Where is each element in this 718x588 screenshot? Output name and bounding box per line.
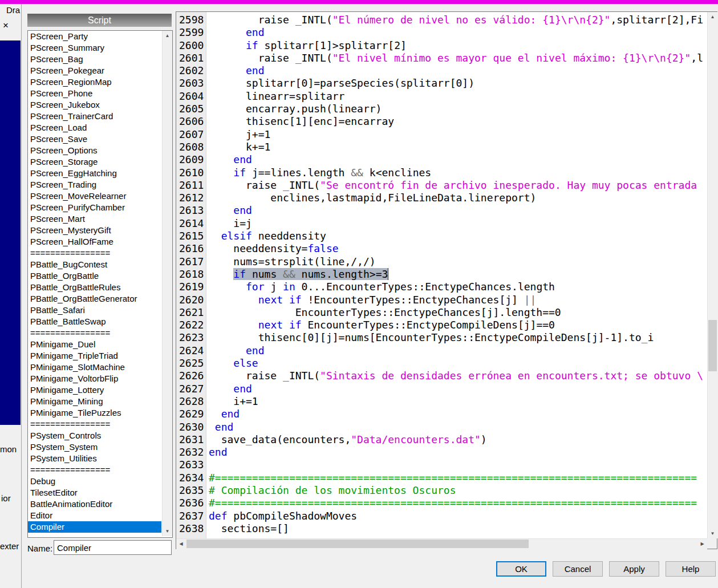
scroll-down-button[interactable]: ▼ — [163, 526, 172, 536]
code-line[interactable]: 2606 thisenc[1][enc]=encarray — [176, 115, 707, 128]
code-line[interactable]: 2628 i+=1 — [176, 395, 707, 408]
code-line[interactable]: 2634#===================================… — [176, 472, 707, 484]
code-line[interactable]: 2613 end — [176, 204, 707, 217]
code-line[interactable]: 2621 EncounterTypes::EnctypeChances[j].l… — [176, 306, 707, 319]
code-line[interactable]: 2635# Compilación de los movimientos Osc… — [176, 484, 707, 497]
code-line[interactable]: 2625 else — [176, 357, 707, 370]
script-list-item[interactable]: PBattle_OrgBattleGenerator — [28, 293, 161, 305]
code-line[interactable]: 2610 if j==lines.length && k<enclines — [176, 167, 707, 179]
code-line[interactable]: 2622 next if EncounterTypes::EnctypeComp… — [176, 319, 707, 331]
script-list-item[interactable]: PScreen_Load — [28, 122, 161, 133]
script-list-item[interactable]: PScreen_Summary — [28, 42, 161, 54]
script-list-item[interactable]: ================ — [28, 419, 161, 430]
script-list-item[interactable]: PBattle_Safari — [28, 305, 161, 316]
script-list-scrollbar[interactable]: ▲ ▼ — [162, 31, 172, 536]
script-name-input[interactable] — [54, 540, 172, 555]
script-list-item[interactable]: PScreen_Mart — [28, 213, 161, 225]
code-line[interactable]: 2615 elsif needdensity — [176, 230, 707, 242]
script-list-item[interactable]: PScreen_Options — [28, 145, 161, 156]
code-line[interactable]: 2600 if splitarr[1]>splitarr[2] — [176, 39, 707, 52]
code-line[interactable]: 2608 k+=1 — [176, 141, 707, 153]
code-line[interactable]: 2624 end — [176, 344, 707, 357]
scrollbar-thumb[interactable] — [708, 320, 717, 371]
script-list-item[interactable]: PScreen_TrainerCard — [28, 111, 161, 122]
script-list-item[interactable]: PScreen_MysteryGift — [28, 225, 161, 236]
script-list-item[interactable]: PScreen_HallOfFame — [28, 236, 161, 248]
script-list-item[interactable]: Debug — [28, 476, 161, 487]
script-list-item[interactable]: Editor — [28, 510, 161, 521]
script-list-item[interactable]: PScreen_Jukebox — [28, 99, 161, 111]
script-list-item[interactable]: PScreen_Phone — [28, 88, 161, 99]
code-line[interactable]: 2607 j+=1 — [176, 128, 707, 141]
script-list-item[interactable]: PBattle_BattleSwap — [28, 316, 161, 327]
editor-vertical-scrollbar[interactable]: ▲ ▼ — [707, 12, 717, 538]
code-line[interactable]: 2626 raise _INTL("Sintaxis de densidades… — [176, 370, 707, 382]
script-list-item[interactable]: PScreen_MoveRelearner — [28, 190, 161, 202]
script-list-item[interactable]: PScreen_Pokegear — [28, 65, 161, 76]
help-button[interactable]: Help — [666, 561, 716, 577]
code-editor[interactable]: 2598 raise _INTL("El número de nivel no … — [176, 11, 717, 549]
script-list-item[interactable]: ================ — [28, 327, 161, 339]
script-list-item[interactable]: PBattle_BugContest — [28, 259, 161, 270]
code-line[interactable]: 2620 next if !EncounterTypes::EnctypeCha… — [176, 294, 707, 306]
code-line[interactable]: 2638 sections=[] — [176, 522, 707, 535]
code-line[interactable]: 2632end — [176, 446, 707, 459]
apply-button[interactable]: Apply — [609, 561, 659, 577]
code-line[interactable]: 2601 raise _INTL("El nivel mínimo es may… — [176, 52, 707, 64]
script-list-item[interactable]: PScreen_Save — [28, 133, 161, 145]
scroll-left-button[interactable]: ◀ — [176, 539, 186, 549]
code-line[interactable]: 2614 i=j — [176, 217, 707, 230]
code-line[interactable]: 2616 needdensity=false — [176, 242, 707, 255]
script-list-item[interactable]: PScreen_EggHatching — [28, 168, 161, 179]
script-list-item[interactable]: PScreen_PurifyChamber — [28, 202, 161, 213]
code-line[interactable]: 2630 end — [176, 421, 707, 433]
code-line[interactable]: 2633 — [176, 459, 707, 471]
script-list-item[interactable]: PSystem_Utilities — [28, 453, 161, 464]
code-line[interactable]: 2599 end — [176, 26, 707, 39]
script-list-item[interactable]: ================ — [28, 248, 161, 259]
code-line[interactable]: 2611 raise _INTL("Se encontró fin de arc… — [176, 179, 707, 192]
script-list-item[interactable]: PMinigame_Mining — [28, 396, 161, 407]
script-list-item[interactable]: BattleAnimationEditor — [28, 498, 161, 510]
script-list-item[interactable]: TilesetEditor — [28, 487, 161, 498]
script-list[interactable]: PScreen_PartyPScreen_SummaryPScreen_BagP… — [28, 31, 161, 536]
code-line[interactable]: 2631 save_data(encounters,"Data/encounte… — [176, 433, 707, 446]
code-line[interactable]: 2603 splitarr[0]=parseSpecies(splitarr[0… — [176, 77, 707, 90]
code-line[interactable]: 2636#===================================… — [176, 497, 707, 509]
script-list-item[interactable]: ================ — [28, 464, 161, 476]
script-list-item[interactable]: PSystem_System — [28, 441, 161, 453]
code-line[interactable]: 2627 end — [176, 383, 707, 395]
code-line[interactable]: 2598 raise _INTL("El número de nivel no … — [176, 14, 707, 26]
script-list-item[interactable]: PBattle_OrgBattleRules — [28, 282, 161, 293]
code-line[interactable]: 2637def pbCompileShadowMoves — [176, 510, 707, 522]
code-line[interactable]: 2612 enclines,lastmapid,FileLineData.lin… — [176, 192, 707, 204]
scroll-right-button[interactable]: ▶ — [697, 539, 707, 549]
code-line[interactable]: 2619 for j in 0...EncounterTypes::Enctyp… — [176, 281, 707, 293]
script-list-item[interactable]: PSystem_Controls — [28, 430, 161, 441]
code-line[interactable]: 2605 encarray.push(linearr) — [176, 103, 707, 115]
code-line[interactable]: 2609 end — [176, 153, 707, 166]
script-list-item[interactable]: PScreen_Party — [28, 31, 161, 42]
code-line[interactable]: 2629 end — [176, 408, 707, 420]
script-listbox[interactable]: PScreen_PartyPScreen_SummaryPScreen_BagP… — [27, 30, 173, 538]
script-list-item[interactable]: PMinigame_SlotMachine — [28, 362, 161, 373]
close-icon[interactable]: × — [3, 20, 9, 31]
script-list-item[interactable]: PMinigame_Lottery — [28, 384, 161, 396]
script-list-item[interactable]: Compiler — [28, 521, 161, 533]
scroll-up-button[interactable]: ▲ — [163, 31, 172, 40]
code-line[interactable]: 2602 end — [176, 64, 707, 77]
script-list-item[interactable]: PMinigame_TripleTriad — [28, 350, 161, 362]
script-list-item[interactable]: PScreen_Bag — [28, 54, 161, 65]
scroll-down-button[interactable]: ▼ — [708, 529, 717, 538]
script-list-item[interactable]: PScreen_Storage — [28, 156, 161, 168]
scroll-up-button[interactable]: ▲ — [708, 12, 717, 22]
script-list-item[interactable]: PMinigame_VoltorbFlip — [28, 373, 161, 384]
code-line[interactable]: 2618 if nums && nums.length>=3 — [176, 268, 707, 281]
script-list-item[interactable]: PScreen_Trading — [28, 179, 161, 190]
code-line[interactable]: 2604 linearr=splitarr — [176, 90, 707, 103]
script-list-item[interactable]: PMinigame_Duel — [28, 339, 161, 350]
cancel-button[interactable]: Cancel — [553, 561, 603, 577]
code-line[interactable]: 2617 nums=strsplit(line,/,/) — [176, 256, 707, 268]
script-list-item[interactable]: PScreen_RegionMap — [28, 76, 161, 88]
code-line[interactable]: 2623 thisenc[0][j]=nums[EncounterTypes::… — [176, 331, 707, 344]
